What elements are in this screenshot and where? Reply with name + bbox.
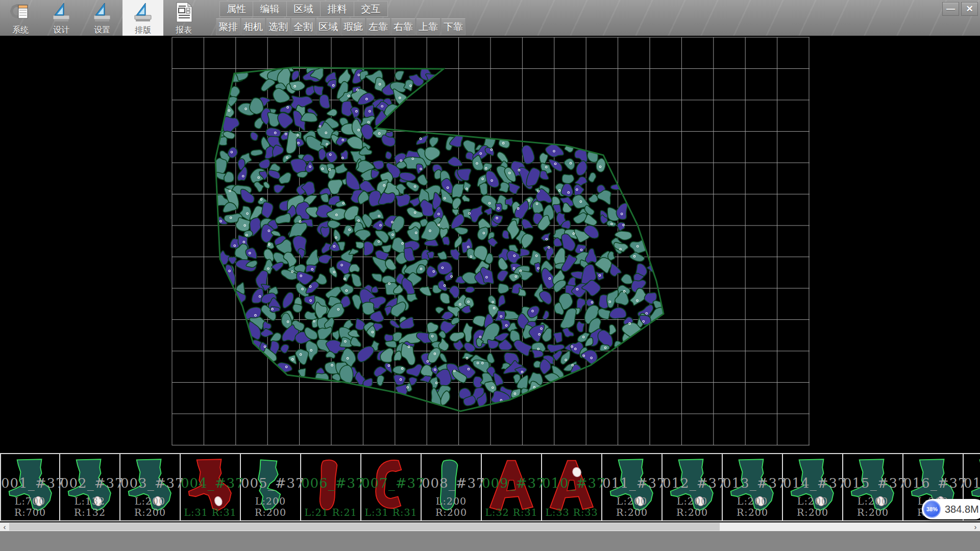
- tool-select-cut[interactable]: 选割: [266, 18, 290, 35]
- memory-usage-label: 384.8M: [945, 504, 979, 515]
- thumbnail-piece-004[interactable]: 004_#37L:31 R:31: [181, 454, 241, 520]
- nav-item-label: 设计: [53, 26, 69, 35]
- thumbnail-piece-009[interactable]: 009_#37L:32 R:31: [482, 454, 542, 520]
- thumbnail-piece-012[interactable]: 012_#37L:200 R:200: [663, 454, 723, 520]
- progress-circle: 38%: [923, 500, 941, 518]
- piece-name-label: 011_#37: [602, 475, 662, 491]
- piece-lr-count-label: L:132 R:132: [60, 495, 119, 518]
- menu-nesting[interactable]: 排料: [321, 1, 354, 17]
- thumbnail-piece-010[interactable]: 010_#37L:33 R:33: [542, 454, 602, 520]
- menu-region[interactable]: 区域: [287, 1, 321, 17]
- hide-layout-drawing: [0, 36, 980, 453]
- piece-lr-count-label: L:31 R:31: [181, 507, 240, 518]
- tool-camera[interactable]: 相机: [241, 18, 265, 35]
- bottom-filler: [0, 531, 980, 551]
- ruler-icon: [132, 1, 154, 26]
- ruler-icon: [91, 1, 113, 26]
- piece-lr-count-label: L:200 R:200: [602, 495, 662, 518]
- tool-cluster-nest[interactable]: 聚排: [216, 18, 240, 35]
- menu-interaction[interactable]: 交互: [354, 1, 388, 17]
- piece-lr-count-label: L:200 R:200: [843, 495, 902, 518]
- nav-item-settings[interactable]: 设置: [82, 0, 122, 36]
- nav-item-design[interactable]: 设计: [41, 0, 82, 36]
- tool-snap-down[interactable]: 下靠: [441, 18, 465, 35]
- thumbnail-piece-001[interactable]: 001_#37L:700 R:700: [0, 454, 60, 520]
- piece-lr-count-label: L:200 R:200: [241, 495, 300, 518]
- piece-name-label: 010_#37: [542, 475, 601, 491]
- scroll-right-icon[interactable]: ›: [971, 522, 980, 531]
- piece-lr-count-label: L:200 R:200: [783, 495, 842, 518]
- piece-lr-count-label: L:200 R:200: [120, 495, 180, 518]
- piece-name-label: 004_#37: [181, 475, 240, 491]
- nav-item-layout[interactable]: 排版: [122, 0, 163, 36]
- menu-edit[interactable]: 编辑: [253, 1, 287, 17]
- piece-name-label: 015_#37: [843, 475, 902, 491]
- nav-item-label: 系统: [12, 26, 29, 35]
- piece-lr-count-label: L:700 R:700: [1, 495, 59, 518]
- piece-thumbnail-strip: 001_#37L:700 R:700002_#37L:132 R:132003_…: [0, 453, 980, 521]
- horizontal-scrollbar[interactable]: ‹ ›: [0, 522, 980, 531]
- gear-doc-icon: [9, 1, 32, 26]
- thumbnail-piece-008[interactable]: 008_#37L:200 R:200: [422, 454, 482, 520]
- titlebar: 系统设计设置排版报表 属性编辑区域排料交互 聚排相机选割全割区域瑕疵左靠右靠上靠…: [0, 0, 980, 36]
- piece-name-label: 001_#37: [1, 475, 59, 491]
- tool-bar: 聚排相机选割全割区域瑕疵左靠右靠上靠下靠: [216, 18, 466, 35]
- piece-lr-count-label: L:200 R:200: [422, 495, 481, 518]
- piece-name-label: 016_#37: [903, 475, 963, 491]
- thumbnail-piece-003[interactable]: 003_#37L:200 R:200: [120, 454, 181, 520]
- tool-snap-left[interactable]: 左靠: [366, 18, 390, 35]
- tool-snap-up[interactable]: 上靠: [416, 18, 440, 35]
- thumbnail-piece-002[interactable]: 002_#37L:132 R:132: [60, 454, 120, 520]
- ruler-icon: [50, 1, 72, 26]
- report-icon: [173, 1, 195, 26]
- scrollbar-thumb[interactable]: [9, 523, 720, 531]
- nav-item-report[interactable]: 报表: [163, 0, 204, 36]
- close-button[interactable]: ✕: [961, 2, 978, 16]
- minimize-button[interactable]: —: [942, 2, 959, 16]
- piece-name-label: 012_#37: [663, 475, 722, 491]
- menu-bar: 属性编辑区域排料交互: [219, 1, 388, 17]
- window-controls: — ✕: [942, 2, 978, 16]
- piece-lr-count-label: L:200 R:200: [723, 495, 782, 518]
- tool-zone[interactable]: 区域: [316, 18, 340, 35]
- thumbnail-piece-015[interactable]: 015_#37L:200 R:200: [843, 454, 903, 520]
- piece-name-label: 002_#37: [60, 475, 119, 491]
- nesting-canvas[interactable]: [0, 36, 980, 453]
- piece-lr-count-label: L:32 R:31: [482, 507, 541, 518]
- nav-item-system[interactable]: 系统: [0, 0, 41, 36]
- thumbnail-piece-011[interactable]: 011_#37L:200 R:200: [602, 454, 663, 520]
- tool-snap-right[interactable]: 右靠: [391, 18, 415, 35]
- nav-item-label: 排版: [135, 26, 151, 35]
- piece-lr-count-label: L:31 R:31: [361, 507, 421, 518]
- nav-item-label: 报表: [176, 26, 192, 35]
- status-badge: 38% 384.8M: [922, 499, 980, 519]
- piece-name-label: 007_#37: [361, 475, 421, 491]
- thumbnail-piece-007[interactable]: 007_#37L:31 R:31: [361, 454, 422, 520]
- scroll-left-icon[interactable]: ‹: [0, 522, 9, 531]
- thumbnail-piece-013[interactable]: 013_#37L:200 R:200: [723, 454, 783, 520]
- nested-pieces: [207, 61, 666, 411]
- main-nav-icon-bar: 系统设计设置排版报表: [0, 0, 204, 36]
- tool-cut-all[interactable]: 全割: [291, 18, 315, 35]
- thumbnail-piece-006[interactable]: 006_#37L:21 R:21: [301, 454, 361, 520]
- piece-name-label: 006_#37: [301, 475, 360, 491]
- piece-name-label: 017_#37: [964, 475, 980, 491]
- piece-name-label: 003_#37: [120, 475, 180, 491]
- piece-lr-count-label: L:33 R:33: [542, 507, 601, 518]
- nav-item-label: 设置: [94, 26, 110, 35]
- piece-name-label: 008_#37: [422, 475, 481, 491]
- piece-name-label: 009_#37: [482, 475, 541, 491]
- piece-lr-count-label: L:21 R:21: [301, 507, 360, 518]
- piece-name-label: 014_#37: [783, 475, 842, 491]
- piece-lr-count-label: L:200 R:200: [663, 495, 722, 518]
- menu-properties[interactable]: 属性: [219, 1, 253, 17]
- tool-defect[interactable]: 瑕疵: [341, 18, 365, 35]
- application-window: { "window": { "minimize_glyph": "—", "cl…: [0, 0, 980, 551]
- piece-name-label: 013_#37: [723, 475, 782, 491]
- thumbnail-piece-014[interactable]: 014_#37L:200 R:200: [783, 454, 843, 520]
- thumbnail-piece-005[interactable]: 005_#37L:200 R:200: [241, 454, 301, 520]
- piece-name-label: 005_#37: [241, 475, 300, 491]
